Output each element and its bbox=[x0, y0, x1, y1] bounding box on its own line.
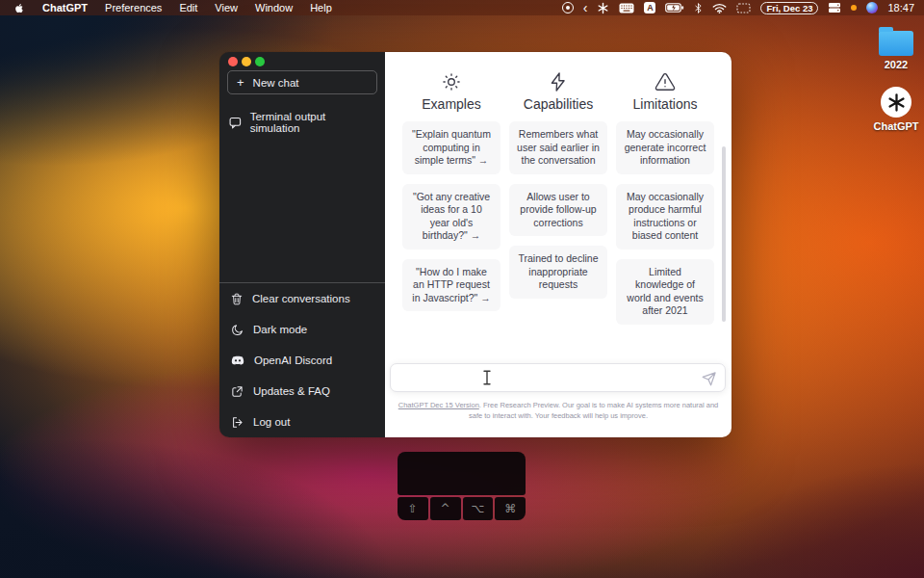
chat-main-pane: Examples "Explain quantum computing in s… bbox=[385, 52, 732, 437]
menu-bar-status-area: ‹ A Fri, Dec 23 bbox=[562, 2, 914, 14]
menu-item-preferences[interactable]: Preferences bbox=[105, 2, 162, 13]
sidebar-item-dark-mode[interactable]: Dark mode bbox=[219, 314, 385, 345]
sidebar-item-label: Dark mode bbox=[253, 324, 307, 335]
openai-menubar-icon[interactable] bbox=[597, 2, 609, 14]
battery-icon[interactable] bbox=[665, 2, 684, 13]
modifier-key-row: ⇧ ^ ⌥ ⌘ bbox=[398, 497, 526, 520]
chatgpt-window: + New chat Terminal output simulation Cl… bbox=[219, 52, 732, 437]
new-chat-button[interactable]: + New chat bbox=[227, 70, 377, 94]
apple-menu[interactable] bbox=[13, 2, 25, 14]
close-window-button[interactable] bbox=[228, 57, 238, 66]
capability-card: Remembers what user said earlier in the … bbox=[509, 121, 607, 174]
control-key-indicator: ^ bbox=[430, 497, 461, 520]
capability-card: Trained to decline inappropriate request… bbox=[509, 246, 607, 299]
menu-item-edit[interactable]: Edit bbox=[179, 2, 197, 13]
sidebar-item-label: OpenAI Discord bbox=[254, 355, 332, 366]
menu-item-window[interactable]: Window bbox=[255, 2, 293, 13]
limitation-card: May occasionally generate incorrect info… bbox=[616, 121, 714, 174]
folder-icon bbox=[879, 31, 913, 56]
chat-bubble-icon bbox=[229, 117, 242, 129]
menu-item-help[interactable]: Help bbox=[310, 2, 332, 13]
capabilities-column: Capabilities Remembers what user said ea… bbox=[509, 71, 607, 334]
limitations-column: Limitations May occasionally generate in… bbox=[616, 71, 714, 334]
limitation-card: Limited knowledge of world and events af… bbox=[616, 259, 714, 325]
limitation-card: May occasionally produce harmful instruc… bbox=[616, 184, 714, 250]
minimize-window-button[interactable] bbox=[242, 57, 251, 66]
scrollbar[interactable] bbox=[722, 146, 726, 322]
message-input[interactable] bbox=[391, 364, 725, 391]
keystroke-display bbox=[398, 452, 526, 495]
sidebar-item-openai-discord[interactable]: OpenAI Discord bbox=[219, 345, 385, 376]
menu-item-chatgpt[interactable]: ChatGPT bbox=[42, 2, 88, 13]
sidebar-item-label: Clear conversations bbox=[252, 293, 350, 304]
column-title: Limitations bbox=[633, 96, 698, 112]
desktop-icon-label: ChatGPT bbox=[865, 120, 924, 132]
example-card[interactable]: "Got any creative ideas for a 10 year ol… bbox=[402, 184, 500, 250]
sidebar-item-chat-history[interactable]: Terminal output simulation bbox=[219, 106, 385, 139]
apple-icon bbox=[13, 2, 25, 14]
chatgpt-app-icon bbox=[881, 87, 911, 118]
warning-triangle-icon bbox=[654, 71, 676, 92]
plus-icon: + bbox=[237, 77, 244, 88]
display-mirroring-icon[interactable] bbox=[736, 3, 751, 13]
column-title: Capabilities bbox=[524, 96, 593, 112]
lightning-icon bbox=[548, 71, 569, 92]
input-source-icon[interactable]: A bbox=[644, 2, 655, 13]
zoom-window-button[interactable] bbox=[255, 57, 265, 66]
screen-record-icon[interactable] bbox=[562, 2, 574, 13]
version-link[interactable]: ChatGPT Dec 15 Version bbox=[398, 401, 479, 409]
keystroke-visualizer: ⇧ ^ ⌥ ⌘ bbox=[398, 452, 526, 520]
trash-icon bbox=[231, 293, 243, 305]
chat-history-label: Terminal output simulation bbox=[250, 111, 375, 134]
footer-text: . Free Research Preview. Our goal is to … bbox=[469, 401, 718, 420]
window-controls bbox=[219, 52, 385, 66]
capability-card: Allows user to provide follow-up correct… bbox=[509, 184, 607, 237]
examples-column: Examples "Explain quantum computing in s… bbox=[402, 71, 500, 334]
message-input-container bbox=[390, 363, 726, 392]
chevron-left-icon[interactable]: ‹ bbox=[583, 2, 588, 13]
moon-icon bbox=[231, 324, 244, 336]
command-key-indicator: ⌘ bbox=[495, 497, 526, 520]
column-title: Examples bbox=[422, 96, 480, 112]
menu-bar: ChatGPT Preferences Edit View Window Hel… bbox=[0, 0, 924, 15]
sidebar-item-label: Log out bbox=[253, 416, 290, 428]
desktop-icon-2022-folder[interactable]: 2022 bbox=[865, 26, 924, 70]
shift-key-indicator: ⇧ bbox=[398, 497, 428, 520]
siri-icon[interactable] bbox=[866, 2, 878, 13]
welcome-columns: Examples "Explain quantum computing in s… bbox=[402, 71, 714, 334]
sidebar-footer-menu: Clear conversations Dark mode OpenAI Dis… bbox=[219, 282, 385, 437]
menu-item-view[interactable]: View bbox=[215, 2, 238, 13]
sun-icon bbox=[441, 71, 462, 92]
sidebar-item-label: Updates & FAQ bbox=[253, 385, 330, 397]
sidebar-item-clear-conversations[interactable]: Clear conversations bbox=[219, 283, 385, 314]
discord-icon bbox=[231, 355, 244, 366]
notification-dot bbox=[851, 5, 857, 11]
text-cursor bbox=[482, 370, 492, 385]
wifi-icon[interactable] bbox=[712, 3, 727, 13]
sidebar-item-updates-faq[interactable]: Updates & FAQ bbox=[219, 376, 385, 407]
external-link-icon bbox=[231, 385, 244, 398]
send-icon[interactable] bbox=[702, 372, 716, 386]
option-key-indicator: ⌥ bbox=[463, 497, 494, 520]
stack-icon[interactable] bbox=[828, 2, 841, 13]
menubar-clock[interactable]: 18:47 bbox=[887, 2, 914, 13]
desktop-icon-chatgpt-app[interactable]: ChatGPT bbox=[865, 87, 924, 132]
bluetooth-icon[interactable] bbox=[694, 2, 703, 14]
new-chat-label: New chat bbox=[253, 77, 299, 89]
example-card[interactable]: "Explain quantum computing in simple ter… bbox=[402, 121, 500, 174]
example-card[interactable]: "How do I make an HTTP request in Javasc… bbox=[402, 259, 500, 312]
logout-icon bbox=[231, 416, 244, 429]
sidebar: + New chat Terminal output simulation Cl… bbox=[219, 52, 385, 437]
sidebar-item-log-out[interactable]: Log out bbox=[219, 407, 385, 437]
footer-disclaimer: ChatGPT Dec 15 Version. Free Research Pr… bbox=[395, 401, 722, 421]
menubar-date[interactable]: Fri, Dec 23 bbox=[760, 2, 818, 14]
desktop-icon-label: 2022 bbox=[865, 59, 924, 70]
keyboard-icon[interactable] bbox=[619, 3, 634, 13]
